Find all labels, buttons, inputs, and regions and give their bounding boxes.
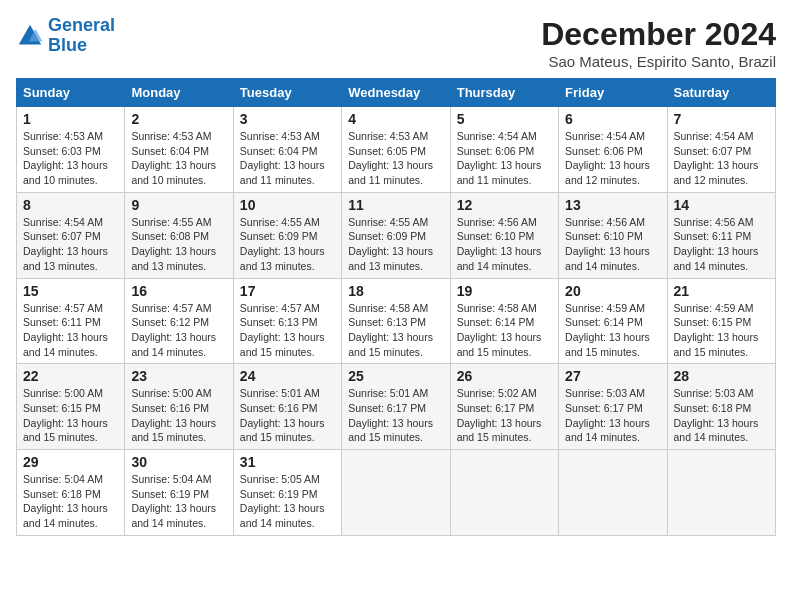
calendar-cell: 20 Sunrise: 4:59 AM Sunset: 6:14 PM Dayl… — [559, 278, 667, 364]
calendar-cell: 12 Sunrise: 4:56 AM Sunset: 6:10 PM Dayl… — [450, 192, 558, 278]
day-number: 15 — [23, 283, 118, 299]
calendar-cell: 1 Sunrise: 4:53 AM Sunset: 6:03 PM Dayli… — [17, 107, 125, 193]
calendar-cell: 13 Sunrise: 4:56 AM Sunset: 6:10 PM Dayl… — [559, 192, 667, 278]
day-info: Sunrise: 5:02 AM Sunset: 6:17 PM Dayligh… — [457, 386, 552, 445]
day-number: 28 — [674, 368, 769, 384]
calendar-cell: 7 Sunrise: 4:54 AM Sunset: 6:07 PM Dayli… — [667, 107, 775, 193]
day-number: 27 — [565, 368, 660, 384]
column-header-saturday: Saturday — [667, 79, 775, 107]
day-info: Sunrise: 5:00 AM Sunset: 6:16 PM Dayligh… — [131, 386, 226, 445]
logo-icon — [16, 22, 44, 50]
day-number: 18 — [348, 283, 443, 299]
calendar-cell: 11 Sunrise: 4:55 AM Sunset: 6:09 PM Dayl… — [342, 192, 450, 278]
logo-text: General Blue — [48, 16, 115, 56]
day-info: Sunrise: 4:53 AM Sunset: 6:04 PM Dayligh… — [240, 129, 335, 188]
day-info: Sunrise: 4:53 AM Sunset: 6:04 PM Dayligh… — [131, 129, 226, 188]
logo: General Blue — [16, 16, 115, 56]
calendar-cell: 18 Sunrise: 4:58 AM Sunset: 6:13 PM Dayl… — [342, 278, 450, 364]
day-info: Sunrise: 4:56 AM Sunset: 6:10 PM Dayligh… — [457, 215, 552, 274]
day-info: Sunrise: 4:53 AM Sunset: 6:05 PM Dayligh… — [348, 129, 443, 188]
day-info: Sunrise: 5:03 AM Sunset: 6:18 PM Dayligh… — [674, 386, 769, 445]
day-info: Sunrise: 5:01 AM Sunset: 6:16 PM Dayligh… — [240, 386, 335, 445]
day-number: 11 — [348, 197, 443, 213]
calendar-cell: 28 Sunrise: 5:03 AM Sunset: 6:18 PM Dayl… — [667, 364, 775, 450]
day-number: 26 — [457, 368, 552, 384]
calendar-cell: 16 Sunrise: 4:57 AM Sunset: 6:12 PM Dayl… — [125, 278, 233, 364]
calendar-cell: 27 Sunrise: 5:03 AM Sunset: 6:17 PM Dayl… — [559, 364, 667, 450]
day-info: Sunrise: 4:54 AM Sunset: 6:07 PM Dayligh… — [674, 129, 769, 188]
day-number: 29 — [23, 454, 118, 470]
day-info: Sunrise: 4:59 AM Sunset: 6:15 PM Dayligh… — [674, 301, 769, 360]
column-header-friday: Friday — [559, 79, 667, 107]
day-number: 12 — [457, 197, 552, 213]
day-number: 2 — [131, 111, 226, 127]
calendar-cell: 9 Sunrise: 4:55 AM Sunset: 6:08 PM Dayli… — [125, 192, 233, 278]
day-info: Sunrise: 4:57 AM Sunset: 6:12 PM Dayligh… — [131, 301, 226, 360]
calendar-cell: 26 Sunrise: 5:02 AM Sunset: 6:17 PM Dayl… — [450, 364, 558, 450]
calendar-cell — [342, 450, 450, 536]
day-number: 8 — [23, 197, 118, 213]
day-info: Sunrise: 4:54 AM Sunset: 6:06 PM Dayligh… — [457, 129, 552, 188]
day-number: 10 — [240, 197, 335, 213]
day-number: 16 — [131, 283, 226, 299]
day-info: Sunrise: 5:04 AM Sunset: 6:19 PM Dayligh… — [131, 472, 226, 531]
day-number: 30 — [131, 454, 226, 470]
column-header-thursday: Thursday — [450, 79, 558, 107]
calendar-cell: 23 Sunrise: 5:00 AM Sunset: 6:16 PM Dayl… — [125, 364, 233, 450]
week-row-2: 8 Sunrise: 4:54 AM Sunset: 6:07 PM Dayli… — [17, 192, 776, 278]
day-number: 31 — [240, 454, 335, 470]
calendar-cell: 14 Sunrise: 4:56 AM Sunset: 6:11 PM Dayl… — [667, 192, 775, 278]
calendar-cell: 25 Sunrise: 5:01 AM Sunset: 6:17 PM Dayl… — [342, 364, 450, 450]
calendar-cell: 24 Sunrise: 5:01 AM Sunset: 6:16 PM Dayl… — [233, 364, 341, 450]
day-number: 5 — [457, 111, 552, 127]
day-number: 24 — [240, 368, 335, 384]
calendar-cell — [559, 450, 667, 536]
day-number: 4 — [348, 111, 443, 127]
day-info: Sunrise: 5:05 AM Sunset: 6:19 PM Dayligh… — [240, 472, 335, 531]
day-number: 14 — [674, 197, 769, 213]
calendar-cell: 10 Sunrise: 4:55 AM Sunset: 6:09 PM Dayl… — [233, 192, 341, 278]
column-header-wednesday: Wednesday — [342, 79, 450, 107]
calendar-cell: 8 Sunrise: 4:54 AM Sunset: 6:07 PM Dayli… — [17, 192, 125, 278]
day-info: Sunrise: 4:55 AM Sunset: 6:08 PM Dayligh… — [131, 215, 226, 274]
day-info: Sunrise: 4:55 AM Sunset: 6:09 PM Dayligh… — [240, 215, 335, 274]
day-info: Sunrise: 4:56 AM Sunset: 6:11 PM Dayligh… — [674, 215, 769, 274]
calendar-cell: 2 Sunrise: 4:53 AM Sunset: 6:04 PM Dayli… — [125, 107, 233, 193]
day-info: Sunrise: 5:00 AM Sunset: 6:15 PM Dayligh… — [23, 386, 118, 445]
day-info: Sunrise: 5:04 AM Sunset: 6:18 PM Dayligh… — [23, 472, 118, 531]
day-number: 19 — [457, 283, 552, 299]
day-info: Sunrise: 4:58 AM Sunset: 6:13 PM Dayligh… — [348, 301, 443, 360]
calendar-cell: 29 Sunrise: 5:04 AM Sunset: 6:18 PM Dayl… — [17, 450, 125, 536]
page-header: General Blue December 2024 Sao Mateus, E… — [16, 16, 776, 70]
day-info: Sunrise: 5:03 AM Sunset: 6:17 PM Dayligh… — [565, 386, 660, 445]
day-info: Sunrise: 5:01 AM Sunset: 6:17 PM Dayligh… — [348, 386, 443, 445]
column-header-sunday: Sunday — [17, 79, 125, 107]
day-info: Sunrise: 4:58 AM Sunset: 6:14 PM Dayligh… — [457, 301, 552, 360]
day-info: Sunrise: 4:55 AM Sunset: 6:09 PM Dayligh… — [348, 215, 443, 274]
day-number: 25 — [348, 368, 443, 384]
day-info: Sunrise: 4:57 AM Sunset: 6:13 PM Dayligh… — [240, 301, 335, 360]
column-header-tuesday: Tuesday — [233, 79, 341, 107]
calendar-cell: 5 Sunrise: 4:54 AM Sunset: 6:06 PM Dayli… — [450, 107, 558, 193]
day-number: 17 — [240, 283, 335, 299]
calendar-cell: 19 Sunrise: 4:58 AM Sunset: 6:14 PM Dayl… — [450, 278, 558, 364]
day-number: 9 — [131, 197, 226, 213]
calendar-cell: 15 Sunrise: 4:57 AM Sunset: 6:11 PM Dayl… — [17, 278, 125, 364]
calendar-cell: 30 Sunrise: 5:04 AM Sunset: 6:19 PM Dayl… — [125, 450, 233, 536]
calendar-cell: 3 Sunrise: 4:53 AM Sunset: 6:04 PM Dayli… — [233, 107, 341, 193]
calendar-cell: 4 Sunrise: 4:53 AM Sunset: 6:05 PM Dayli… — [342, 107, 450, 193]
day-info: Sunrise: 4:56 AM Sunset: 6:10 PM Dayligh… — [565, 215, 660, 274]
calendar-table: SundayMondayTuesdayWednesdayThursdayFrid… — [16, 78, 776, 536]
day-number: 1 — [23, 111, 118, 127]
week-row-3: 15 Sunrise: 4:57 AM Sunset: 6:11 PM Dayl… — [17, 278, 776, 364]
week-row-4: 22 Sunrise: 5:00 AM Sunset: 6:15 PM Dayl… — [17, 364, 776, 450]
day-number: 7 — [674, 111, 769, 127]
column-header-monday: Monday — [125, 79, 233, 107]
day-number: 3 — [240, 111, 335, 127]
day-number: 20 — [565, 283, 660, 299]
week-row-5: 29 Sunrise: 5:04 AM Sunset: 6:18 PM Dayl… — [17, 450, 776, 536]
title-block: December 2024 Sao Mateus, Espirito Santo… — [541, 16, 776, 70]
day-info: Sunrise: 4:54 AM Sunset: 6:06 PM Dayligh… — [565, 129, 660, 188]
day-number: 23 — [131, 368, 226, 384]
calendar-cell — [667, 450, 775, 536]
